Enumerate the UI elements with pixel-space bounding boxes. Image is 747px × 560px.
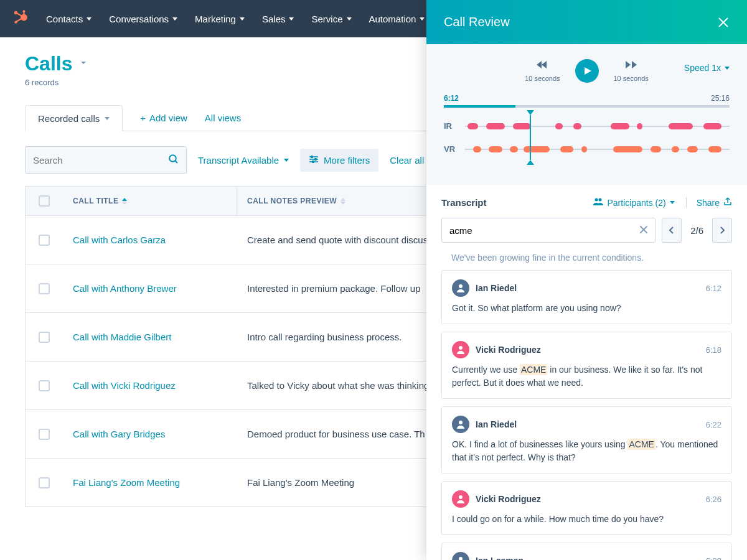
svg-line-8 bbox=[175, 161, 177, 163]
row-checkbox[interactable] bbox=[39, 477, 50, 488]
more-filters-button[interactable]: More filters bbox=[300, 149, 378, 172]
transcript-search-box bbox=[441, 218, 655, 243]
row-checkbox[interactable] bbox=[39, 283, 50, 294]
header-checkbox-cell bbox=[26, 187, 63, 215]
progress-bar[interactable] bbox=[444, 105, 730, 108]
transcript-search-row: 2/6 bbox=[441, 218, 732, 243]
call-title-link[interactable]: Call with Gary Bridges bbox=[63, 429, 237, 439]
message-time: 6:12 bbox=[706, 284, 721, 293]
sort-asc-icon bbox=[122, 198, 127, 205]
row-checkbox[interactable] bbox=[39, 429, 50, 440]
transcript-section: Transcript Participants (2) Share 2/6 We… bbox=[426, 185, 747, 560]
call-title-link[interactable]: Call with Maddie Gilbert bbox=[63, 332, 237, 342]
transcript-available-filter[interactable]: Transcript Available bbox=[198, 155, 289, 166]
progress-fill bbox=[444, 105, 515, 108]
chevron-down-icon bbox=[670, 201, 675, 204]
speaker-tracks: IR VR bbox=[444, 121, 730, 154]
play-button[interactable] bbox=[575, 59, 599, 83]
transcript-search-input[interactable] bbox=[441, 218, 655, 243]
clear-all-button[interactable]: Clear all bbox=[390, 155, 424, 166]
svg-point-18 bbox=[459, 346, 463, 350]
prev-result-button[interactable] bbox=[662, 218, 682, 243]
call-title-link[interactable]: Call with Carlos Garza bbox=[63, 235, 237, 245]
rewind-button[interactable] bbox=[535, 60, 549, 72]
svg-line-5 bbox=[17, 19, 22, 21]
svg-point-17 bbox=[459, 284, 463, 288]
context-snippet: We've been growing fine in the current c… bbox=[441, 253, 732, 270]
close-icon[interactable] bbox=[717, 16, 730, 29]
select-all-checkbox[interactable] bbox=[39, 195, 50, 207]
nav-automation[interactable]: Automation bbox=[369, 14, 425, 24]
call-title-link[interactable]: Call with Anthony Brewer bbox=[63, 283, 237, 294]
row-checkbox-cell bbox=[26, 429, 63, 440]
chevron-down-icon bbox=[172, 17, 177, 21]
speed-control[interactable]: Speed 1x bbox=[684, 63, 730, 73]
svg-point-0 bbox=[21, 14, 27, 21]
transcript-actions: Participants (2) Share bbox=[593, 197, 732, 208]
svg-point-19 bbox=[459, 421, 463, 424]
avatar bbox=[452, 279, 469, 297]
transcript-message[interactable]: Ian Leaman6:29 bbox=[441, 543, 732, 560]
track-bar-ir[interactable] bbox=[465, 126, 730, 127]
chevron-down-icon bbox=[289, 17, 294, 21]
message-text: OK. I find a lot of businesses like your… bbox=[452, 438, 721, 464]
call-title-link[interactable]: Fai Liang's Zoom Meeting bbox=[63, 477, 237, 488]
chevron-down-icon bbox=[87, 17, 92, 21]
participants-button[interactable]: Participants (2) bbox=[593, 197, 674, 208]
chevron-down-icon bbox=[725, 67, 730, 70]
row-checkbox[interactable] bbox=[39, 332, 50, 343]
transcript-message[interactable]: Ian Riedel6:22OK. I find a lot of busine… bbox=[441, 406, 732, 474]
search-icon[interactable] bbox=[168, 154, 179, 167]
all-views-button[interactable]: All views bbox=[205, 113, 241, 123]
speaker-name: Ian Riedel bbox=[476, 283, 700, 293]
avatar bbox=[452, 490, 469, 508]
message-text: I could go on for a while. How much time… bbox=[452, 513, 721, 526]
svg-point-13 bbox=[315, 158, 317, 160]
row-checkbox-cell bbox=[26, 283, 63, 294]
nav-conversations[interactable]: Conversations bbox=[109, 14, 177, 24]
transcript-message[interactable]: Vicki Rodriguez6:26I could go on for a w… bbox=[441, 481, 732, 535]
rewind-label: 10 seconds bbox=[525, 75, 560, 82]
message-time: 6:29 bbox=[706, 556, 721, 561]
timeline: 6:12 25:16 bbox=[444, 94, 730, 108]
message-text: Currently we use ACME in our business. W… bbox=[452, 363, 721, 390]
row-checkbox-cell bbox=[26, 235, 63, 246]
nav-contacts[interactable]: Contacts bbox=[46, 14, 92, 24]
nav-sales[interactable]: Sales bbox=[262, 14, 294, 24]
transcript-header: Transcript Participants (2) Share bbox=[441, 197, 732, 208]
time-total: 25:16 bbox=[711, 94, 730, 103]
chevron-down-icon bbox=[240, 17, 245, 21]
transcript-message[interactable]: Ian Riedel6:12Got it. So what platform a… bbox=[441, 270, 732, 324]
nav-service[interactable]: Service bbox=[311, 14, 351, 24]
next-result-button[interactable] bbox=[712, 218, 732, 243]
share-button[interactable]: Share bbox=[686, 197, 732, 208]
hubspot-logo-icon[interactable] bbox=[12, 9, 29, 28]
row-checkbox[interactable] bbox=[39, 380, 50, 391]
transcript-message[interactable]: Vicki Rodriguez6:18Currently we use ACME… bbox=[441, 332, 732, 399]
svg-point-21 bbox=[459, 557, 463, 560]
svg-point-14 bbox=[312, 161, 314, 162]
forward-button[interactable] bbox=[624, 60, 638, 72]
chevron-down-icon bbox=[284, 159, 289, 162]
speaker-name: Vicki Rodriguez bbox=[476, 494, 700, 504]
search-box bbox=[25, 146, 187, 174]
player-controls: 10 seconds 10 seconds Speed 1x bbox=[444, 59, 730, 83]
page-title[interactable]: Calls bbox=[25, 52, 72, 75]
add-view-button[interactable]: +Add view bbox=[140, 113, 187, 123]
track-bar-vr[interactable] bbox=[465, 149, 730, 150]
row-checkbox[interactable] bbox=[39, 235, 50, 246]
chevron-down-icon bbox=[420, 17, 425, 21]
search-input[interactable] bbox=[25, 146, 187, 174]
call-title-link[interactable]: Call with Vicki Rodriguez bbox=[63, 380, 237, 391]
chevron-down-icon[interactable] bbox=[78, 58, 88, 70]
nav-marketing[interactable]: Marketing bbox=[195, 14, 245, 24]
speaker-name: Ian Riedel bbox=[476, 419, 700, 429]
svg-point-16 bbox=[599, 198, 602, 202]
playhead[interactable] bbox=[530, 115, 531, 160]
panel-header: Call Review bbox=[426, 0, 747, 44]
row-checkbox-cell bbox=[26, 332, 63, 343]
tab-recorded-calls[interactable]: Recorded calls bbox=[25, 105, 123, 131]
header-call-title[interactable]: CALL TITLE bbox=[63, 187, 237, 215]
avatar bbox=[452, 341, 469, 358]
clear-search-icon[interactable] bbox=[638, 224, 649, 235]
